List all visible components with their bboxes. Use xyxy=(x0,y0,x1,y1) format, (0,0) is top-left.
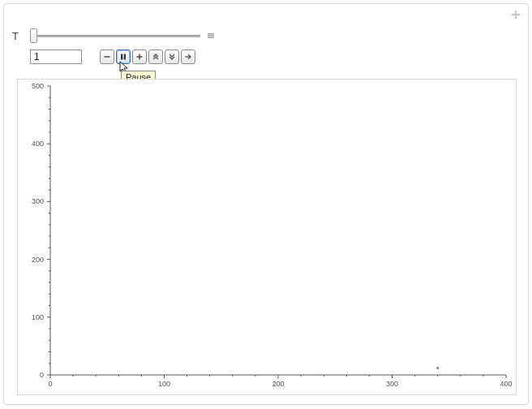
svg-text:300: 300 xyxy=(32,197,44,205)
down-button[interactable] xyxy=(165,50,179,64)
pause-button[interactable] xyxy=(116,50,131,64)
slider-menu-icon[interactable] xyxy=(207,32,215,40)
slider[interactable] xyxy=(30,28,200,43)
svg-rect-3 xyxy=(208,35,214,36)
plus-button[interactable] xyxy=(132,50,147,64)
chart: 01002003004005000100200300400 xyxy=(17,79,517,395)
svg-text:0: 0 xyxy=(40,371,44,379)
svg-rect-4 xyxy=(208,37,214,38)
svg-text:500: 500 xyxy=(32,82,44,90)
svg-point-71 xyxy=(436,367,439,369)
svg-text:300: 300 xyxy=(386,380,398,388)
svg-rect-2 xyxy=(208,33,214,34)
svg-rect-6 xyxy=(121,54,122,60)
svg-text:400: 400 xyxy=(32,140,44,148)
svg-text:0: 0 xyxy=(48,380,52,388)
value-input[interactable] xyxy=(30,50,82,64)
svg-text:100: 100 xyxy=(158,380,170,388)
svg-text:400: 400 xyxy=(500,380,512,388)
add-icon[interactable] xyxy=(510,9,521,20)
svg-rect-7 xyxy=(124,54,126,60)
forward-button[interactable] xyxy=(181,50,195,64)
svg-text:200: 200 xyxy=(272,380,284,388)
svg-rect-9 xyxy=(139,54,140,60)
up-button[interactable] xyxy=(148,50,163,64)
plot-area: 01002003004005000100200300400 xyxy=(50,84,508,375)
svg-text:200: 200 xyxy=(32,256,44,264)
button-group: Pause xyxy=(100,50,195,64)
minus-button[interactable] xyxy=(100,50,114,64)
slider-label: T xyxy=(12,30,24,42)
app-panel: T xyxy=(3,3,529,405)
controls: T xyxy=(12,28,520,64)
slider-thumb[interactable] xyxy=(30,28,37,43)
svg-rect-5 xyxy=(105,56,110,58)
svg-text:100: 100 xyxy=(32,313,44,321)
